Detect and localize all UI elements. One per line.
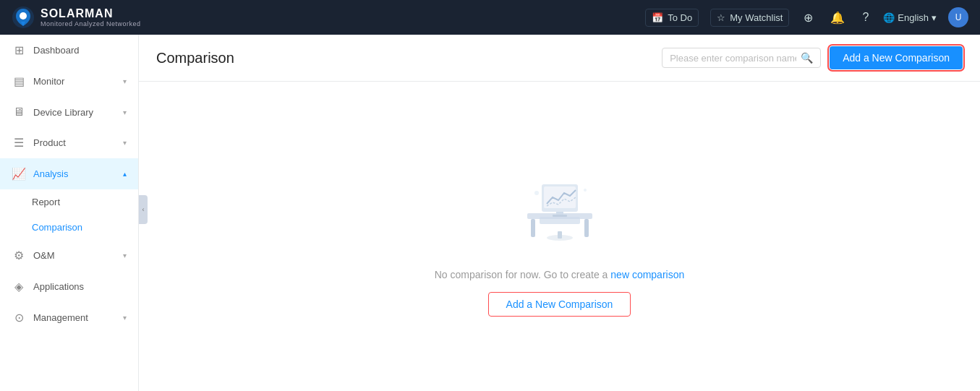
top-navigation: SOLARMAN Monitored Analyzed Networked 📅 … [0, 0, 980, 35]
sidebar-item-monitor[interactable]: ▤ Monitor ▾ [0, 66, 138, 97]
logo-icon [12, 6, 35, 29]
empty-message: No comparison for now. Go to create a ne… [435, 269, 685, 280]
sidebar-sub-report[interactable]: Report [32, 189, 138, 215]
nav-right: 📅 To Do ☆ My Watchlist ⊕ 🔔 ? 🌐 English ▾… [645, 7, 968, 27]
new-comparison-link[interactable]: new comparison [610, 269, 684, 280]
search-input[interactable] [670, 53, 796, 64]
analysis-icon: 📈 [12, 167, 26, 181]
device-library-arrow-icon: ▾ [123, 108, 127, 116]
sidebar-item-analysis[interactable]: 📈 Analysis ▴ [0, 158, 138, 189]
brand-text: SOLARMAN Monitored Analyzed Networked [41, 7, 141, 27]
svg-rect-3 [531, 219, 535, 237]
todo-button[interactable]: 📅 To Do [645, 9, 699, 27]
svg-point-1 [20, 12, 27, 20]
add-comparison-header-button[interactable]: Add a New Comparison [830, 46, 963, 69]
svg-point-12 [534, 191, 539, 195]
page-title: Comparison [156, 50, 234, 66]
sidebar-item-om[interactable]: ⚙ O&M ▾ [0, 240, 138, 271]
user-avatar[interactable]: U [948, 7, 968, 27]
sidebar-item-applications[interactable]: ◈ Applications [0, 271, 138, 302]
monitor-icon: ▤ [12, 74, 26, 88]
svg-rect-4 [584, 219, 589, 237]
sidebar: ⊞ Dashboard ▤ Monitor ▾ 🖥 Device Library… [0, 35, 139, 391]
page-header: Comparison 🔍 Add a New Comparison [139, 35, 980, 82]
star-icon: ☆ [717, 12, 725, 23]
analysis-arrow-icon: ▴ [123, 170, 127, 178]
sidebar-item-management[interactable]: ⊙ Management ▾ [0, 302, 138, 333]
svg-rect-11 [558, 231, 562, 239]
help-icon-button[interactable]: ? [859, 8, 872, 27]
globe-icon: 🌐 [883, 12, 895, 23]
analysis-submenu: Report Comparison [0, 189, 138, 240]
sidebar-label-analysis: Analysis [33, 168, 68, 179]
management-icon: ⊙ [12, 311, 26, 325]
empty-state-svg [509, 163, 610, 249]
sidebar-label-dashboard: Dashboard [33, 45, 80, 56]
calendar-icon: 📅 [652, 12, 663, 23]
add-comparison-center-button[interactable]: Add a New Comparison [488, 292, 631, 317]
om-arrow-icon: ▾ [123, 252, 127, 259]
sidebar-label-device-library: Device Library [33, 107, 93, 118]
svg-point-13 [584, 189, 587, 192]
product-icon: ☰ [12, 136, 26, 150]
sidebar-sub-comparison[interactable]: Comparison [32, 215, 138, 240]
search-box: 🔍 [662, 48, 821, 68]
device-library-icon: 🖥 [12, 106, 26, 119]
bell-icon-button[interactable]: 🔔 [827, 8, 848, 27]
product-arrow-icon: ▾ [123, 139, 127, 147]
svg-rect-9 [540, 217, 580, 224]
dashboard-icon: ⊞ [12, 43, 26, 57]
sidebar-item-device-library[interactable]: 🖥 Device Library ▾ [0, 97, 138, 127]
sidebar-item-product[interactable]: ☰ Product ▾ [0, 127, 138, 158]
watchlist-button[interactable]: ☆ My Watchlist [710, 9, 789, 27]
empty-state: No comparison for now. Go to create a ne… [139, 82, 980, 391]
language-selector[interactable]: 🌐 English ▾ [883, 12, 937, 23]
applications-icon: ◈ [12, 280, 26, 293]
sidebar-label-management: Management [33, 312, 88, 323]
om-icon: ⚙ [12, 249, 26, 262]
management-arrow-icon: ▾ [123, 314, 127, 322]
search-icon: 🔍 [801, 52, 813, 64]
sidebar-label-monitor: Monitor [33, 76, 64, 87]
header-actions: 🔍 Add a New Comparison [662, 46, 963, 69]
sidebar-item-dashboard[interactable]: ⊞ Dashboard [0, 35, 138, 66]
empty-illustration [509, 163, 610, 252]
logo[interactable]: SOLARMAN Monitored Analyzed Networked [12, 6, 141, 29]
sidebar-label-product: Product [33, 137, 66, 148]
monitor-arrow-icon: ▾ [123, 77, 127, 85]
add-icon-button[interactable]: ⊕ [801, 8, 816, 27]
sidebar-label-applications: Applications [33, 281, 84, 292]
chevron-down-icon: ▾ [932, 12, 937, 23]
sidebar-label-om: O&M [33, 250, 55, 261]
main-content: Comparison 🔍 Add a New Comparison [139, 35, 980, 391]
svg-rect-8 [553, 215, 567, 217]
